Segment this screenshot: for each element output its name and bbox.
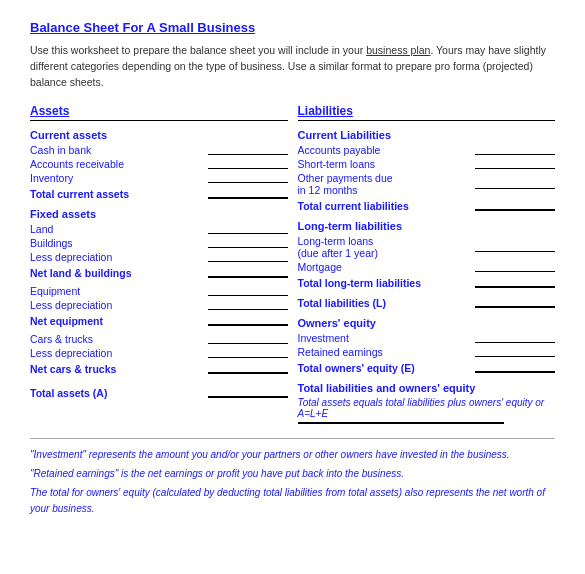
total-liab-equity-sub: Total assets equals total liabilities pl…	[298, 397, 556, 419]
footer-section: "Investment" represents the amount you a…	[30, 438, 555, 517]
list-item: Investment	[298, 332, 556, 344]
owners-equity-title: Owners' equity	[298, 317, 556, 329]
current-liabilities-title: Current Liabilities	[298, 129, 556, 141]
list-item: Accounts receivable	[30, 158, 288, 170]
assets-column: Assets Current assets Cash in bank Accou…	[30, 104, 288, 424]
net-equipment: Net equipment	[30, 315, 288, 327]
net-land-buildings: Net land & buildings	[30, 267, 288, 279]
list-item: Retained earnings	[298, 346, 556, 358]
footer-line-3: The total for owners' equity (calculated…	[30, 485, 555, 517]
list-item: Inventory	[30, 172, 288, 184]
total-current-assets: Total current assets	[30, 188, 288, 200]
longterm-liabilities-title: Long-term liabilities	[298, 220, 556, 232]
total-liabilities: Total liabilities (L)	[298, 297, 556, 309]
list-item: Buildings	[30, 237, 288, 249]
list-item: Less depreciation	[30, 251, 288, 263]
total-owners-equity: Total owners' equity (E)	[298, 362, 556, 374]
liabilities-column: Liabilities Current Liabilities Accounts…	[298, 104, 556, 424]
intro-paragraph: Use this worksheet to prepare the balanc…	[30, 43, 555, 90]
list-item: Cash in bank	[30, 144, 288, 156]
total-liab-equity-title: Total liabilities and owners' equity	[298, 382, 556, 394]
total-longterm-liabilities: Total long-term liabilities	[298, 277, 556, 289]
current-assets-title: Current assets	[30, 129, 288, 141]
list-item: Less depreciation	[30, 299, 288, 311]
list-item: Less depreciation	[30, 347, 288, 359]
footer-line-1: "Investment" represents the amount you a…	[30, 447, 555, 463]
list-item: Long-term loans(due after 1 year)	[298, 235, 556, 259]
liabilities-header: Liabilities	[298, 104, 556, 121]
net-cars-trucks: Net cars & trucks	[30, 363, 288, 375]
list-item: Cars & trucks	[30, 333, 288, 345]
list-item: Land	[30, 223, 288, 235]
total-assets: Total assets (A)	[30, 387, 288, 399]
fixed-assets-title: Fixed assets	[30, 208, 288, 220]
list-item: Equipment	[30, 285, 288, 297]
list-item: Other payments duein 12 months	[298, 172, 556, 196]
total-liab-equity-block: Total liabilities and owners' equity Tot…	[298, 382, 556, 424]
list-item: Short-term loans	[298, 158, 556, 170]
list-item: Mortgage	[298, 261, 556, 273]
assets-header: Assets	[30, 104, 288, 121]
list-item: Accounts payable	[298, 144, 556, 156]
total-current-liabilities: Total current liabilities	[298, 200, 556, 212]
main-title: Balance Sheet For A Small Business	[30, 20, 555, 35]
footer-line-2: "Retained earnings" is the net earnings …	[30, 466, 555, 482]
